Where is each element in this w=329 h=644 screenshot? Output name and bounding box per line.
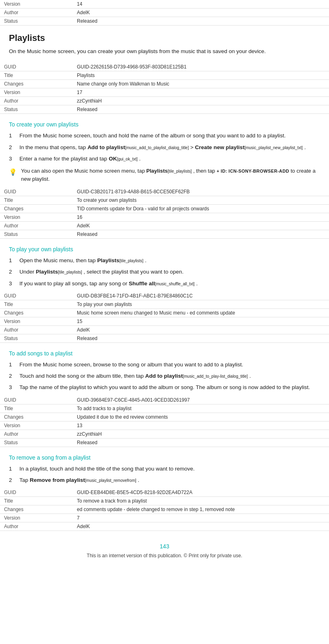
meta-value: AdelK — [73, 9, 329, 17]
meta-value: Released — [73, 17, 329, 26]
meta-value: Released — [73, 105, 329, 114]
meta-value: Name change only from Walkman to Music — [73, 80, 329, 88]
meta-row: TitleTo remove a track from a playlist — [0, 497, 329, 505]
meta-label: Title — [0, 196, 73, 205]
meta-row: AuthorAdelK — [0, 325, 329, 334]
step-content: In the menu that opens, tap Add to playl… — [19, 143, 320, 152]
meta-row: StatusReleased — [0, 334, 329, 342]
meta-label: GUID — [0, 63, 73, 71]
meta-value: Updated it due to the ed review comments — [73, 413, 329, 421]
top-meta-table: Version14AuthorAdelKStatusReleased — [0, 0, 329, 26]
meta-label: Title — [0, 404, 73, 413]
add-songs-section-title: To add songs to a playlist — [9, 350, 320, 357]
meta-row: AuthorzzCynthiaH — [0, 97, 329, 105]
step-content: In a playlist, touch and hold the title … — [19, 465, 320, 473]
meta-row: StatusReleased — [0, 105, 329, 114]
step-content: From the Music home screen, touch and ho… — [19, 132, 320, 140]
meta-label: GUID — [0, 188, 73, 196]
list-item: 3If you want to play all songs, tap any … — [9, 280, 320, 288]
step-content: From the Music home screen, browse to th… — [19, 361, 320, 369]
meta-label: Author — [0, 222, 73, 230]
page-title: Playlists — [9, 33, 320, 43]
meta-label: Version — [0, 421, 73, 430]
tip-icon: 💡 — [9, 167, 17, 183]
meta-value: GUID-C3B20171-8719-4A88-B615-8CCE50EF62F… — [73, 188, 329, 196]
meta-label: Author — [0, 325, 73, 334]
meta-label: Changes — [0, 80, 73, 88]
meta-row: GUIDGUID-39684E97-C6CE-4845-A001-9CED3D2… — [0, 396, 329, 404]
meta-row: AuthorzzCynthiaH — [0, 430, 329, 438]
meta-row: TitleTo create your own playlists — [0, 196, 329, 205]
meta-row: Changesed comments update - delete chang… — [0, 505, 329, 514]
meta-row: ChangesName change only from Walkman to … — [0, 80, 329, 88]
meta-label: Version — [0, 88, 73, 97]
meta-row: GUIDGUID-22626158-D739-4968-953F-803D81E… — [0, 63, 329, 71]
step-content: Touch and hold the song or the album tit… — [19, 372, 320, 380]
meta-label: GUID — [0, 488, 73, 497]
meta-value: Released — [73, 334, 329, 342]
play-meta-table: GUIDGUID-DB3FBE14-71FD-4B1F-ABC1-B79E848… — [0, 292, 329, 343]
meta-row: Version7 — [0, 514, 329, 522]
meta-row: ChangesTID comments update for Dora - va… — [0, 205, 329, 213]
meta-value: Released — [73, 438, 329, 447]
step-number: 1 — [9, 465, 15, 473]
step-number: 3 — [9, 280, 15, 288]
meta-value: zzCynthiaH — [73, 430, 329, 438]
meta-row: StatusReleased — [0, 230, 329, 239]
meta-row: TitleTo add tracks to a playlist — [0, 404, 329, 413]
step-number: 1 — [9, 257, 15, 265]
meta-row: GUIDGUID-EEB44D8E-B5E5-4CD5-8218-92D2EA4… — [0, 488, 329, 497]
step-number: 2 — [9, 476, 15, 484]
meta-value: GUID-22626158-D739-4968-953F-803D81E125B… — [73, 63, 329, 71]
meta-value: Released — [73, 230, 329, 239]
meta-value: ed comments update - delete changed to r… — [73, 505, 329, 514]
step-content: Tap Remove from playlist[music_playlist_… — [19, 476, 320, 484]
meta-label: Title — [0, 300, 73, 308]
meta-row: Version17 — [0, 88, 329, 97]
meta-row: TitlePlaylists — [0, 71, 329, 80]
meta-value: TID comments update for Dora - valid for… — [73, 205, 329, 213]
meta-value: 17 — [73, 88, 329, 97]
meta-label: Author — [0, 9, 73, 17]
meta-row: StatusReleased — [0, 17, 329, 26]
meta-row: Version13 — [0, 421, 329, 430]
step-number: 3 — [9, 155, 15, 163]
meta-label: Status — [0, 105, 73, 114]
step-content: Tap the name of the playlist to which yo… — [19, 383, 320, 392]
meta-value: To create your own playlists — [73, 196, 329, 205]
playlists-meta-table: GUIDGUID-22626158-D739-4968-953F-803D81E… — [0, 63, 329, 114]
meta-value: To add tracks to a playlist — [73, 404, 329, 413]
meta-value: AdelK — [73, 325, 329, 334]
meta-value: AdelK — [73, 522, 329, 531]
add-songs-steps-list: 1From the Music home screen, browse to t… — [0, 361, 329, 392]
step-content: Under Playlists[tile_playlists] , select… — [19, 268, 320, 276]
meta-row: AuthorAdelK — [0, 9, 329, 17]
meta-row: AuthorAdelK — [0, 522, 329, 531]
meta-row: GUIDGUID-C3B20171-8719-4A88-B615-8CCE50E… — [0, 188, 329, 196]
meta-row: StatusReleased — [0, 438, 329, 447]
play-section-title: To play your own playlists — [9, 246, 320, 252]
meta-value: zzCynthiaH — [73, 97, 329, 105]
meta-value: 13 — [73, 421, 329, 430]
meta-label: Author — [0, 522, 73, 531]
step-number: 3 — [9, 383, 15, 392]
meta-label: Title — [0, 71, 73, 80]
meta-label: GUID — [0, 396, 73, 404]
page-intro: On the Music home screen, you can create… — [9, 47, 320, 56]
list-item: 1From the Music home screen, browse to t… — [9, 361, 320, 369]
list-item: 3Enter a name for the playlist and tap O… — [9, 155, 320, 163]
meta-row: ChangesUpdated it due to the ed review c… — [0, 413, 329, 421]
play-steps-list: 1Open the Music menu, then tap Playlists… — [0, 257, 329, 288]
footer-text: This is an internet version of this publ… — [0, 553, 329, 558]
meta-label: Author — [0, 97, 73, 105]
create-tip-box: 💡You can also open the Music home screen… — [9, 167, 320, 183]
meta-value: Music home screen menu changed to Music … — [73, 308, 329, 317]
step-number: 2 — [9, 268, 15, 276]
remove-section-title: To remove a song from a playlist — [9, 454, 320, 461]
meta-value: AdelK — [73, 222, 329, 230]
meta-value: GUID-EEB44D8E-B5E5-4CD5-8218-92D2EA4D722… — [73, 488, 329, 497]
meta-value: 16 — [73, 213, 329, 222]
meta-row: TitleTo play your own playlists — [0, 300, 329, 308]
step-number: 1 — [9, 132, 15, 140]
step-content: If you want to play all songs, tap any s… — [19, 280, 320, 288]
